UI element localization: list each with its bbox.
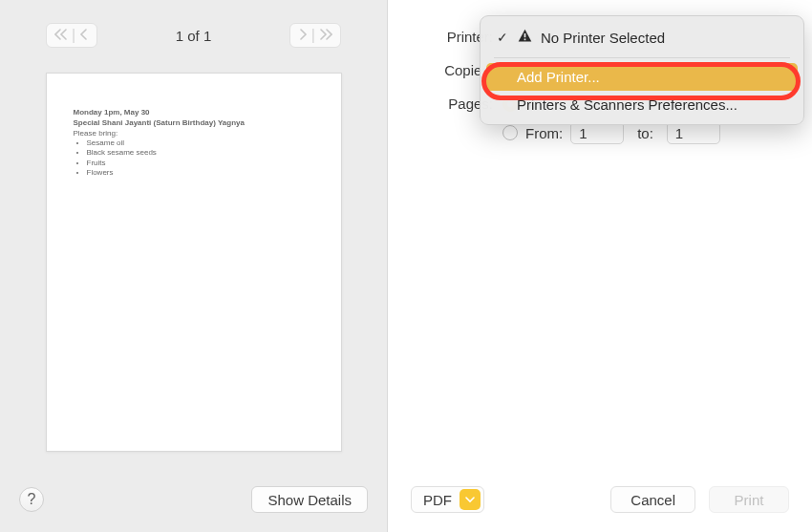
doc-list-item: Fruits bbox=[87, 159, 314, 168]
dropdown-item-label: Printers & Scanners Preferences... bbox=[517, 96, 737, 113]
pages-from-label: From: bbox=[525, 125, 563, 141]
double-chevron-left-icon bbox=[54, 29, 68, 40]
chevron-right-icon bbox=[298, 29, 308, 40]
question-mark-icon: ? bbox=[28, 491, 36, 508]
pages-range-radio[interactable] bbox=[502, 125, 518, 140]
doc-list-item: Flowers bbox=[87, 168, 314, 178]
page-nav-row: | 1 of 1 | bbox=[0, 0, 387, 48]
prev-page-button[interactable] bbox=[75, 29, 93, 43]
dropdown-item-preferences[interactable]: Printers & Scanners Preferences... bbox=[486, 91, 798, 118]
doc-list-item: Black sesame seeds bbox=[87, 148, 314, 158]
page-nav-prev-group[interactable]: | bbox=[46, 23, 97, 48]
pdf-label: PDF bbox=[423, 492, 452, 508]
doc-title-line: Special Shani Jayanti (Saturn Birthday) … bbox=[74, 118, 314, 127]
action-button-group: Cancel Print bbox=[610, 486, 789, 513]
help-button[interactable]: ? bbox=[19, 487, 44, 512]
cancel-button[interactable]: Cancel bbox=[610, 486, 695, 513]
pdf-dropdown-button[interactable]: PDF bbox=[411, 486, 484, 513]
warning-triangle-icon bbox=[517, 28, 533, 47]
chevron-down-icon bbox=[465, 495, 475, 504]
printer-dropdown-menu: ✓ No Printer Selected Add Printer... Pri… bbox=[480, 15, 804, 125]
dropdown-item-label: Add Printer... bbox=[517, 69, 600, 85]
checkmark-icon: ✓ bbox=[496, 30, 509, 45]
double-chevron-right-icon bbox=[319, 29, 332, 40]
svg-rect-1 bbox=[524, 38, 526, 40]
page-nav-next-group[interactable]: | bbox=[289, 23, 341, 48]
print-button: Print bbox=[709, 486, 789, 513]
doc-date-line: Monday 1pm, May 30 bbox=[74, 108, 314, 117]
pages-to-label: to: bbox=[637, 125, 653, 141]
chevron-left-icon bbox=[79, 29, 89, 40]
left-bottom-row: ? Show Details bbox=[19, 486, 368, 513]
preview-panel: | 1 of 1 | Monday 1pm, May 30 Special Sh… bbox=[0, 0, 388, 532]
doc-list-item: Sesame oil bbox=[87, 138, 314, 148]
next-page-button[interactable] bbox=[294, 29, 311, 43]
doc-item-list: Sesame oil Black sesame seeds Fruits Flo… bbox=[87, 138, 314, 179]
dropdown-item-no-printer[interactable]: ✓ No Printer Selected bbox=[486, 22, 798, 53]
first-page-button[interactable] bbox=[51, 29, 72, 43]
print-preview-page: Monday 1pm, May 30 Special Shani Jayanti… bbox=[46, 73, 342, 452]
dropdown-item-label: No Printer Selected bbox=[541, 30, 665, 46]
doc-bring-line: Please bring: bbox=[74, 129, 314, 138]
page-counter: 1 of 1 bbox=[176, 28, 212, 44]
pdf-chevron-badge bbox=[459, 489, 481, 510]
show-details-button[interactable]: Show Details bbox=[251, 486, 368, 513]
svg-rect-0 bbox=[524, 33, 526, 37]
last-page-button[interactable] bbox=[315, 29, 336, 43]
dropdown-item-add-printer[interactable]: Add Printer... bbox=[486, 63, 798, 91]
dropdown-separator bbox=[494, 57, 790, 58]
right-bottom-row: PDF Cancel Print bbox=[411, 486, 789, 513]
